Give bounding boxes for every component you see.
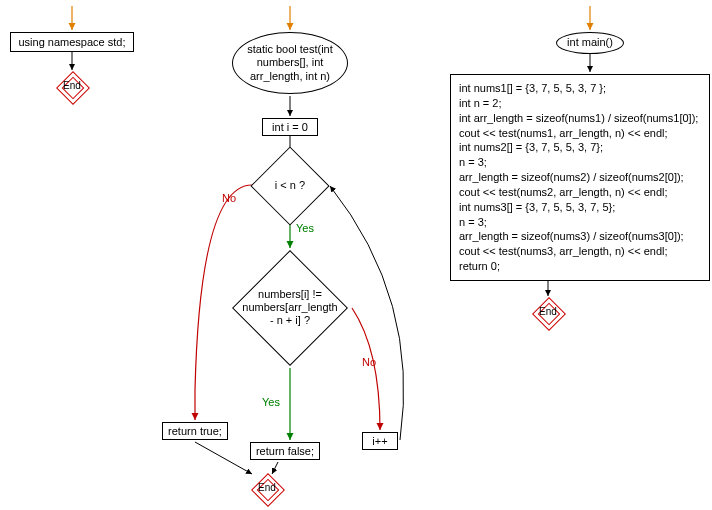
using-namespace-node: using namespace std;	[10, 32, 134, 52]
node-text: i < n ?	[251, 179, 329, 192]
node-text: numbers[i] != numbers[arr_length - n + i…	[226, 288, 354, 328]
init-node: int i = 0	[262, 118, 318, 136]
node-text: using namespace std;	[18, 36, 125, 48]
end-label: End	[250, 482, 284, 493]
return-true-node: return true;	[162, 422, 228, 440]
node-text: return false;	[256, 445, 314, 457]
node-text: int i = 0	[272, 121, 308, 133]
cond1-diamond: i < n ?	[262, 158, 318, 214]
cond2-diamond: numbers[i] != numbers[arr_length - n + i…	[232, 250, 348, 366]
node-text: int main()	[567, 36, 613, 49]
end-node-col2: End	[250, 472, 284, 506]
func-decl-node: static bool test(int numbers[], int arr_…	[232, 32, 348, 94]
cond2-no-label: No	[362, 356, 376, 368]
end-node-col3: End	[531, 296, 565, 330]
node-text: return true;	[168, 425, 222, 437]
node-text: int nums1[] = {3, 7, 5, 5, 3, 7 }; int n…	[459, 82, 698, 272]
node-text: static bool test(int numbers[], int arr_…	[247, 43, 333, 83]
return-false-node: return false;	[250, 442, 320, 460]
increment-node: i++	[362, 432, 398, 450]
cond1-no-label: No	[222, 192, 236, 204]
main-body-node: int nums1[] = {3, 7, 5, 5, 3, 7 }; int n…	[450, 74, 710, 281]
node-text: i++	[372, 435, 387, 447]
end-label: End	[55, 80, 89, 91]
end-label: End	[531, 306, 565, 317]
cond1-yes-label: Yes	[296, 222, 314, 234]
main-decl-node: int main()	[556, 32, 624, 54]
cond2-yes-label: Yes	[262, 396, 280, 408]
end-node-col1: End	[55, 70, 89, 104]
